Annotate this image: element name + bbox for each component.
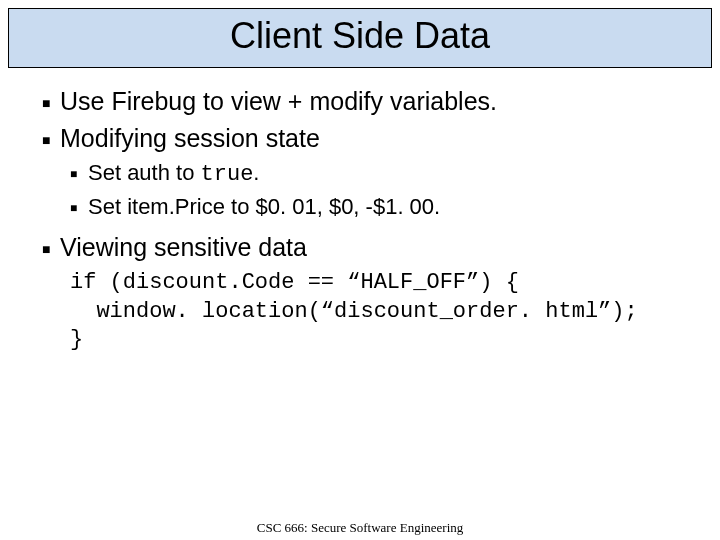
square-bullet-icon: ■: [70, 167, 88, 183]
bullet-text: .: [253, 160, 259, 185]
list-item: ■Set auth to true.: [70, 159, 678, 190]
square-bullet-icon: ■: [42, 241, 60, 259]
bullet-text: Set auth to: [88, 160, 201, 185]
sub-bullet-list: ■Set auth to true. ■Set item.Price to $0…: [70, 159, 678, 222]
code-block: if (discount.Code == “HALF_OFF”) { windo…: [70, 269, 678, 355]
slide-title: Client Side Data: [9, 15, 711, 57]
bullet-text: Viewing sensitive data: [60, 233, 307, 261]
bullet-text: Set item.Price to $0. 01, $0, -$1. 00.: [88, 194, 440, 219]
code-line: if (discount.Code == “HALF_OFF”) {: [70, 270, 519, 295]
list-item: ■Viewing sensitive data if (discount.Cod…: [42, 232, 678, 355]
bullet-text: Use Firebug to view + modify variables.: [60, 87, 497, 115]
square-bullet-icon: ■: [42, 132, 60, 150]
list-item: ■Set item.Price to $0. 01, $0, -$1. 00.: [70, 193, 678, 222]
slide-content: ■Use Firebug to view + modify variables.…: [0, 68, 720, 355]
title-band: Client Side Data: [8, 8, 712, 68]
bullet-list: ■Use Firebug to view + modify variables.…: [42, 86, 678, 355]
slide: Client Side Data ■Use Firebug to view + …: [0, 8, 720, 540]
slide-footer: CSC 666: Secure Software Engineering: [0, 520, 720, 536]
code-line: }: [70, 327, 83, 352]
square-bullet-icon: ■: [42, 95, 60, 113]
code-inline: true: [201, 162, 254, 187]
list-item: ■Modifying session state ■Set auth to tr…: [42, 123, 678, 221]
list-item: ■Use Firebug to view + modify variables.: [42, 86, 678, 117]
bullet-text: Modifying session state: [60, 124, 320, 152]
code-line: window. location(“discount_order. html”)…: [70, 299, 638, 324]
square-bullet-icon: ■: [70, 201, 88, 217]
